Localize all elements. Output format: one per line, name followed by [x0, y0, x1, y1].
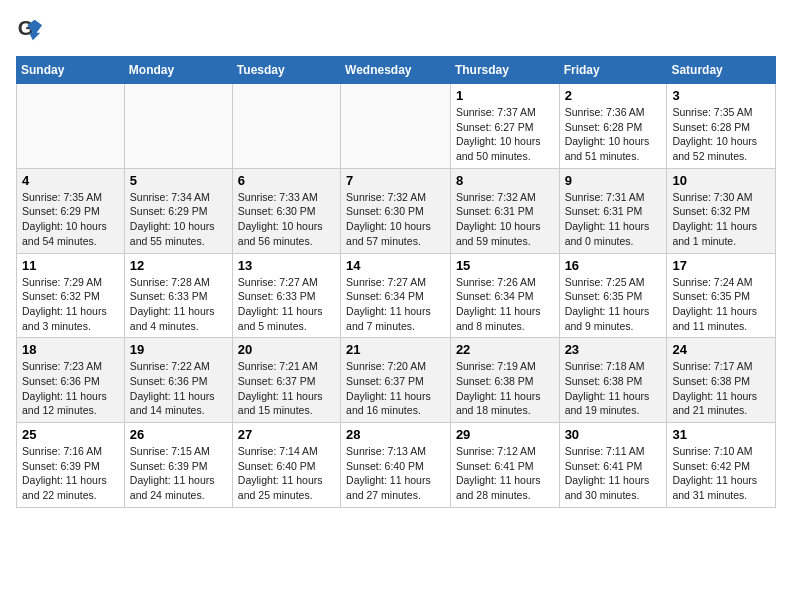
day-number: 14: [346, 258, 445, 273]
header-wednesday: Wednesday: [341, 57, 451, 84]
day-number: 22: [456, 342, 554, 357]
day-cell: 23Sunrise: 7:18 AMSunset: 6:38 PMDayligh…: [559, 338, 667, 423]
day-cell: [17, 84, 125, 169]
day-number: 30: [565, 427, 662, 442]
day-number: 13: [238, 258, 335, 273]
day-info: Sunrise: 7:14 AMSunset: 6:40 PMDaylight:…: [238, 444, 335, 503]
header-monday: Monday: [124, 57, 232, 84]
day-info: Sunrise: 7:22 AMSunset: 6:36 PMDaylight:…: [130, 359, 227, 418]
day-info: Sunrise: 7:35 AMSunset: 6:28 PMDaylight:…: [672, 105, 770, 164]
day-number: 24: [672, 342, 770, 357]
day-number: 20: [238, 342, 335, 357]
week-row-2: 4Sunrise: 7:35 AMSunset: 6:29 PMDaylight…: [17, 168, 776, 253]
day-info: Sunrise: 7:21 AMSunset: 6:37 PMDaylight:…: [238, 359, 335, 418]
header-friday: Friday: [559, 57, 667, 84]
calendar-header-row: SundayMondayTuesdayWednesdayThursdayFrid…: [17, 57, 776, 84]
header-saturday: Saturday: [667, 57, 776, 84]
day-info: Sunrise: 7:17 AMSunset: 6:38 PMDaylight:…: [672, 359, 770, 418]
day-cell: 3Sunrise: 7:35 AMSunset: 6:28 PMDaylight…: [667, 84, 776, 169]
day-cell: [341, 84, 451, 169]
day-info: Sunrise: 7:29 AMSunset: 6:32 PMDaylight:…: [22, 275, 119, 334]
day-number: 21: [346, 342, 445, 357]
logo: G: [16, 16, 48, 44]
day-info: Sunrise: 7:33 AMSunset: 6:30 PMDaylight:…: [238, 190, 335, 249]
day-number: 7: [346, 173, 445, 188]
day-info: Sunrise: 7:25 AMSunset: 6:35 PMDaylight:…: [565, 275, 662, 334]
day-info: Sunrise: 7:27 AMSunset: 6:33 PMDaylight:…: [238, 275, 335, 334]
day-number: 28: [346, 427, 445, 442]
day-number: 15: [456, 258, 554, 273]
day-number: 19: [130, 342, 227, 357]
day-info: Sunrise: 7:30 AMSunset: 6:32 PMDaylight:…: [672, 190, 770, 249]
day-info: Sunrise: 7:16 AMSunset: 6:39 PMDaylight:…: [22, 444, 119, 503]
day-cell: 20Sunrise: 7:21 AMSunset: 6:37 PMDayligh…: [232, 338, 340, 423]
day-cell: 16Sunrise: 7:25 AMSunset: 6:35 PMDayligh…: [559, 253, 667, 338]
day-number: 12: [130, 258, 227, 273]
day-number: 9: [565, 173, 662, 188]
day-cell: [232, 84, 340, 169]
day-info: Sunrise: 7:10 AMSunset: 6:42 PMDaylight:…: [672, 444, 770, 503]
day-cell: 19Sunrise: 7:22 AMSunset: 6:36 PMDayligh…: [124, 338, 232, 423]
day-cell: 24Sunrise: 7:17 AMSunset: 6:38 PMDayligh…: [667, 338, 776, 423]
day-number: 1: [456, 88, 554, 103]
page-header: G: [16, 16, 776, 44]
day-number: 10: [672, 173, 770, 188]
day-info: Sunrise: 7:13 AMSunset: 6:40 PMDaylight:…: [346, 444, 445, 503]
logo-icon: G: [16, 16, 44, 44]
calendar-table: SundayMondayTuesdayWednesdayThursdayFrid…: [16, 56, 776, 508]
day-info: Sunrise: 7:20 AMSunset: 6:37 PMDaylight:…: [346, 359, 445, 418]
day-info: Sunrise: 7:15 AMSunset: 6:39 PMDaylight:…: [130, 444, 227, 503]
day-info: Sunrise: 7:32 AMSunset: 6:30 PMDaylight:…: [346, 190, 445, 249]
day-info: Sunrise: 7:19 AMSunset: 6:38 PMDaylight:…: [456, 359, 554, 418]
day-cell: 27Sunrise: 7:14 AMSunset: 6:40 PMDayligh…: [232, 423, 340, 508]
day-info: Sunrise: 7:11 AMSunset: 6:41 PMDaylight:…: [565, 444, 662, 503]
day-cell: 9Sunrise: 7:31 AMSunset: 6:31 PMDaylight…: [559, 168, 667, 253]
day-number: 17: [672, 258, 770, 273]
day-info: Sunrise: 7:34 AMSunset: 6:29 PMDaylight:…: [130, 190, 227, 249]
day-cell: 17Sunrise: 7:24 AMSunset: 6:35 PMDayligh…: [667, 253, 776, 338]
day-number: 8: [456, 173, 554, 188]
day-cell: 1Sunrise: 7:37 AMSunset: 6:27 PMDaylight…: [450, 84, 559, 169]
day-cell: 25Sunrise: 7:16 AMSunset: 6:39 PMDayligh…: [17, 423, 125, 508]
day-cell: 21Sunrise: 7:20 AMSunset: 6:37 PMDayligh…: [341, 338, 451, 423]
day-cell: 29Sunrise: 7:12 AMSunset: 6:41 PMDayligh…: [450, 423, 559, 508]
day-cell: 13Sunrise: 7:27 AMSunset: 6:33 PMDayligh…: [232, 253, 340, 338]
day-number: 18: [22, 342, 119, 357]
day-number: 25: [22, 427, 119, 442]
day-cell: 30Sunrise: 7:11 AMSunset: 6:41 PMDayligh…: [559, 423, 667, 508]
day-number: 5: [130, 173, 227, 188]
day-number: 23: [565, 342, 662, 357]
day-cell: 26Sunrise: 7:15 AMSunset: 6:39 PMDayligh…: [124, 423, 232, 508]
day-cell: 5Sunrise: 7:34 AMSunset: 6:29 PMDaylight…: [124, 168, 232, 253]
header-thursday: Thursday: [450, 57, 559, 84]
day-cell: 31Sunrise: 7:10 AMSunset: 6:42 PMDayligh…: [667, 423, 776, 508]
week-row-1: 1Sunrise: 7:37 AMSunset: 6:27 PMDaylight…: [17, 84, 776, 169]
day-cell: 7Sunrise: 7:32 AMSunset: 6:30 PMDaylight…: [341, 168, 451, 253]
day-info: Sunrise: 7:37 AMSunset: 6:27 PMDaylight:…: [456, 105, 554, 164]
day-cell: 12Sunrise: 7:28 AMSunset: 6:33 PMDayligh…: [124, 253, 232, 338]
day-cell: 28Sunrise: 7:13 AMSunset: 6:40 PMDayligh…: [341, 423, 451, 508]
day-cell: 14Sunrise: 7:27 AMSunset: 6:34 PMDayligh…: [341, 253, 451, 338]
day-cell: [124, 84, 232, 169]
day-number: 6: [238, 173, 335, 188]
day-info: Sunrise: 7:12 AMSunset: 6:41 PMDaylight:…: [456, 444, 554, 503]
day-number: 27: [238, 427, 335, 442]
day-cell: 8Sunrise: 7:32 AMSunset: 6:31 PMDaylight…: [450, 168, 559, 253]
day-info: Sunrise: 7:31 AMSunset: 6:31 PMDaylight:…: [565, 190, 662, 249]
day-info: Sunrise: 7:26 AMSunset: 6:34 PMDaylight:…: [456, 275, 554, 334]
day-info: Sunrise: 7:23 AMSunset: 6:36 PMDaylight:…: [22, 359, 119, 418]
day-cell: 18Sunrise: 7:23 AMSunset: 6:36 PMDayligh…: [17, 338, 125, 423]
day-cell: 11Sunrise: 7:29 AMSunset: 6:32 PMDayligh…: [17, 253, 125, 338]
day-info: Sunrise: 7:24 AMSunset: 6:35 PMDaylight:…: [672, 275, 770, 334]
week-row-3: 11Sunrise: 7:29 AMSunset: 6:32 PMDayligh…: [17, 253, 776, 338]
day-cell: 4Sunrise: 7:35 AMSunset: 6:29 PMDaylight…: [17, 168, 125, 253]
day-number: 4: [22, 173, 119, 188]
day-cell: 10Sunrise: 7:30 AMSunset: 6:32 PMDayligh…: [667, 168, 776, 253]
day-cell: 15Sunrise: 7:26 AMSunset: 6:34 PMDayligh…: [450, 253, 559, 338]
week-row-4: 18Sunrise: 7:23 AMSunset: 6:36 PMDayligh…: [17, 338, 776, 423]
header-sunday: Sunday: [17, 57, 125, 84]
day-info: Sunrise: 7:27 AMSunset: 6:34 PMDaylight:…: [346, 275, 445, 334]
day-number: 31: [672, 427, 770, 442]
header-tuesday: Tuesday: [232, 57, 340, 84]
day-number: 2: [565, 88, 662, 103]
